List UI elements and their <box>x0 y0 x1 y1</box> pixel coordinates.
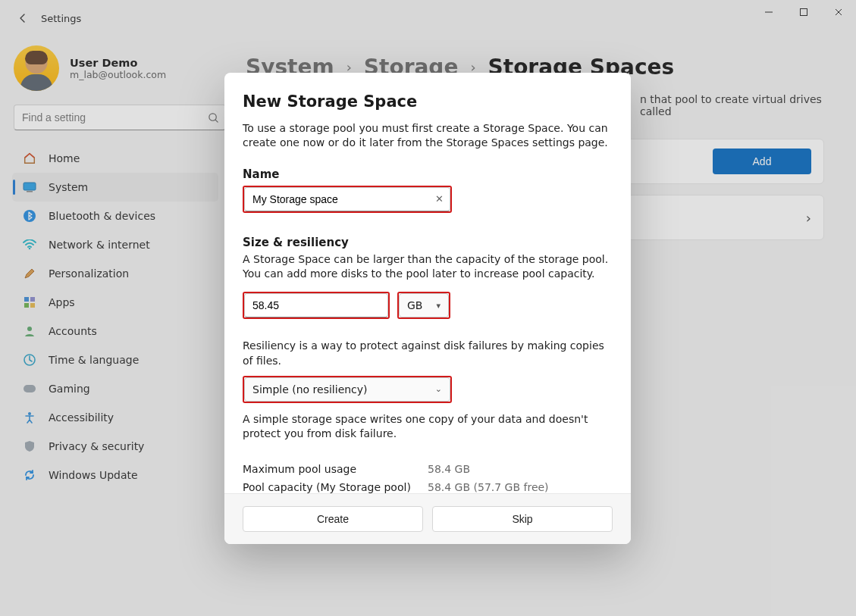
max-usage-label: Maximum pool usage <box>243 463 428 475</box>
size-description: A Storage Space can be larger than the c… <box>243 252 613 282</box>
new-storage-space-dialog: New Storage Space To use a storage pool … <box>224 73 631 544</box>
create-button[interactable]: Create <box>243 506 423 532</box>
max-usage-value: 58.4 GB <box>428 463 613 475</box>
resiliency-value: Simple (no resiliency) <box>252 383 368 396</box>
size-heading: Size & resiliency <box>243 236 613 249</box>
size-field[interactable] <box>244 293 388 317</box>
resiliency-select[interactable]: Simple (no resiliency) ⌄ <box>244 377 450 402</box>
skip-button[interactable]: Skip <box>432 506 613 532</box>
resiliency-note: A simple storage space writes one copy o… <box>243 412 613 442</box>
dialog-title: New Storage Space <box>243 92 613 111</box>
pool-capacity-value: 58.4 GB (57.7 GB free) <box>428 481 613 493</box>
name-field[interactable]: ✕ <box>244 187 450 211</box>
size-unit-select[interactable]: GB ▾ <box>399 293 449 317</box>
pool-capacity-label: Pool capacity (My Storage pool) <box>243 481 428 493</box>
chevron-down-icon: ▾ <box>436 301 441 311</box>
name-label: Name <box>243 167 613 181</box>
dialog-footer: Create Skip <box>224 493 631 544</box>
resiliency-description: Resiliency is a way to protect against d… <box>243 339 613 368</box>
name-input[interactable] <box>252 193 435 205</box>
chevron-down-icon: ⌄ <box>435 384 442 394</box>
size-unit-value: GB <box>407 299 422 311</box>
dialog-intro: To use a storage pool you must first cre… <box>243 121 613 151</box>
size-input[interactable] <box>252 299 385 311</box>
stats-grid: Maximum pool usage 58.4 GB Pool capacity… <box>243 463 613 493</box>
clear-icon[interactable]: ✕ <box>435 193 444 205</box>
